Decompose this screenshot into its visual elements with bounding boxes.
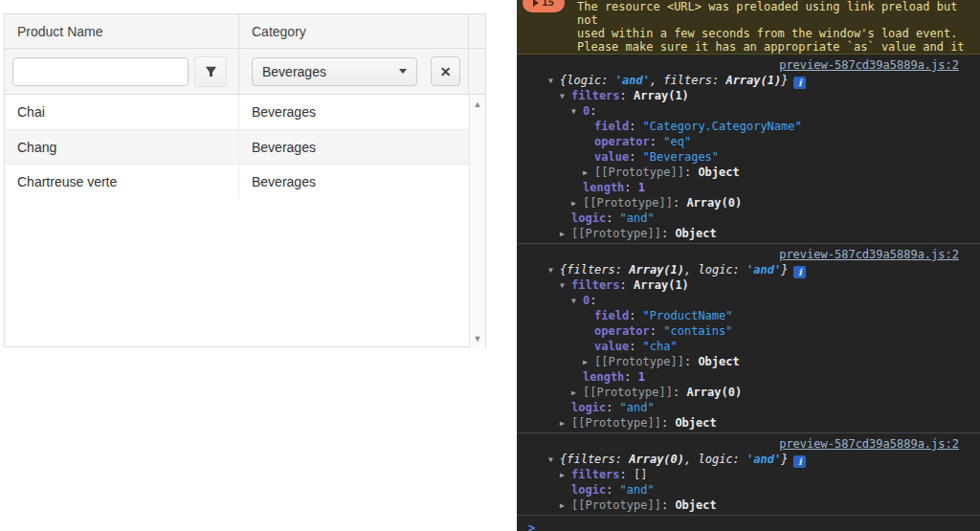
dropdown-selected-value: Beverages [262, 64, 326, 79]
filter-button[interactable] [194, 56, 227, 87]
console-text-segment: : [606, 401, 619, 414]
console-logs: preview-587cd39a5889a.js:2▼{logic: 'and'… [517, 57, 980, 513]
console-text-segment: "cha" [643, 340, 678, 353]
expand-arrow-icon[interactable]: ▼ [571, 294, 583, 309]
console-tree-row: value: "Beverages" [517, 149, 980, 165]
expand-arrow-icon[interactable]: ▼ [548, 74, 560, 89]
console-text-segment: {logic: [560, 74, 615, 87]
console-tree-row: ▶[[Prototype]]: Array(0) [517, 195, 980, 210]
console-tree-row: operator: "eq" [517, 134, 980, 149]
expand-arrow-icon[interactable]: ▶ [560, 416, 571, 431]
log-object-preview: ▼{filters: Array(1), logic: 'and'}i [517, 262, 980, 277]
console-tree-row: length: 1 [517, 369, 980, 385]
console-text-segment: Array(0) [686, 196, 742, 210]
warning-count: 15 [542, 0, 554, 11]
warning-text-line: The resource <URL> was preloaded using l… [577, 0, 980, 27]
caret-down-icon [399, 69, 407, 74]
console-text-segment: : [620, 89, 634, 102]
console-text-segment: "contains" [663, 324, 732, 338]
console-text-segment: "eq" [663, 135, 691, 148]
expand-arrow-icon[interactable]: ▼ [560, 278, 571, 294]
console-text-segment: : [606, 483, 619, 497]
console-text-segment: length [583, 181, 624, 194]
warning-text-line: Please make sure it has an appropriate `… [577, 40, 980, 55]
console-text-segment: : [673, 196, 686, 210]
console-text-segment: Object [675, 416, 716, 430]
console-text-segment: [[Prototype]] [571, 227, 661, 240]
expand-arrow-icon[interactable]: ▶ [560, 227, 571, 242]
grid-vertical-scrollbar[interactable]: ▲ ▼ [469, 95, 485, 348]
expand-arrow-icon[interactable]: ▶ [583, 166, 594, 181]
console-tree-row: logic: "and" [517, 482, 980, 498]
console-tree-row: ▶[[Prototype]]: Array(0) [517, 385, 980, 400]
category-filter-dropdown[interactable]: Beverages [252, 57, 417, 86]
console-text-segment: filters [571, 468, 620, 481]
console-prompt[interactable]: > [517, 520, 980, 531]
expand-arrow-icon[interactable]: ▼ [548, 263, 560, 278]
info-icon: i [793, 455, 806, 468]
expand-arrow-icon[interactable]: ▼ [571, 104, 583, 120]
expand-arrow-icon[interactable]: ▶ [583, 355, 594, 370]
console-tree-row: ▶[[Prototype]]: Object [517, 226, 980, 241]
console-text-segment: , filters: [650, 74, 725, 87]
clear-filter-button[interactable]: ✕ [431, 56, 460, 86]
console-text-segment: : [624, 370, 637, 384]
console-text-segment: : [629, 120, 642, 133]
scrollbar-down-icon[interactable]: ▼ [470, 334, 485, 343]
console-text-segment: field [594, 120, 629, 133]
expand-arrow-icon[interactable]: ▶ [560, 498, 571, 514]
console-divider [517, 432, 980, 433]
console-text-segment: "ProductName" [643, 309, 733, 322]
console-text-segment: Object [698, 166, 739, 179]
grid-body-rows: ChaiBeveragesChangBeveragesChartreuse ve… [5, 95, 485, 198]
console-text-segment: Object [675, 498, 716, 512]
console-text-segment: : [624, 181, 637, 194]
expand-arrow-icon[interactable]: ▶ [560, 468, 571, 483]
console-text-segment: "Category.CategoryName" [643, 120, 802, 133]
console-text-segment: [[Prototype]] [571, 498, 661, 512]
console-text-segment: Array(1) [629, 263, 684, 277]
log-source-row: preview-587cd39a5889a.js:2 [517, 247, 980, 262]
scrollbar-up-icon[interactable]: ▲ [470, 100, 485, 109]
source-link[interactable]: preview-587cd39a5889a.js:2 [779, 437, 959, 451]
expand-arrow-icon[interactable]: ▶ [571, 196, 583, 211]
console-text-segment: filters [571, 278, 620, 292]
console-text-segment: : [661, 498, 675, 512]
warning-expand-icon [533, 0, 539, 7]
console-tree-row: ▼0: [517, 103, 980, 119]
console-tree-row: field: "Category.CategoryName" [517, 119, 980, 134]
console-text-segment: : [650, 135, 663, 148]
product-name-filter-input[interactable] [12, 57, 189, 86]
column-header-category[interactable]: Category [239, 14, 469, 48]
console-tree-row: value: "cha" [517, 339, 980, 354]
console-text-segment: "and" [620, 401, 655, 414]
console-text-segment: {filters: [560, 453, 629, 466]
console-text-segment: 1 [638, 181, 645, 194]
column-header-product-name[interactable]: Product Name [5, 14, 239, 48]
console-text-segment: : [620, 278, 634, 292]
prompt-chevron-icon: > [528, 521, 535, 531]
log-source-row: preview-587cd39a5889a.js:2 [517, 57, 980, 73]
source-link[interactable]: preview-587cd39a5889a.js:2 [779, 248, 959, 261]
console-tree-row: ▼0: [517, 293, 980, 308]
source-link[interactable]: preview-587cd39a5889a.js:2 [779, 58, 959, 72]
expand-arrow-icon[interactable]: ▼ [548, 453, 560, 468]
product-grid: Product Name Category Beverages [4, 13, 486, 347]
console-tree-row: ▼filters: Array(1) [517, 88, 980, 103]
console-text-segment: , logic: [684, 263, 746, 277]
console-text-segment: length [583, 370, 624, 384]
console-text-segment: : [673, 386, 686, 399]
info-icon: i [793, 266, 806, 278]
console-text-segment: : [684, 355, 698, 368]
console-tree-row: logic: "and" [517, 400, 980, 415]
screenshot-root: Product Name Category Beverages [0, 0, 980, 531]
expand-arrow-icon[interactable]: ▼ [560, 89, 571, 104]
cell-product-name: Chang [5, 130, 239, 164]
expand-arrow-icon[interactable]: ▶ [571, 386, 583, 401]
info-icon: i [793, 77, 806, 89]
console-text-segment: : [629, 340, 642, 353]
warning-text-line: used within a few seconds from the windo… [577, 27, 980, 40]
warning-count-badge[interactable]: 15 [523, 0, 565, 12]
console-text-segment: "and" [620, 483, 655, 497]
console-text-segment: : [590, 104, 596, 118]
